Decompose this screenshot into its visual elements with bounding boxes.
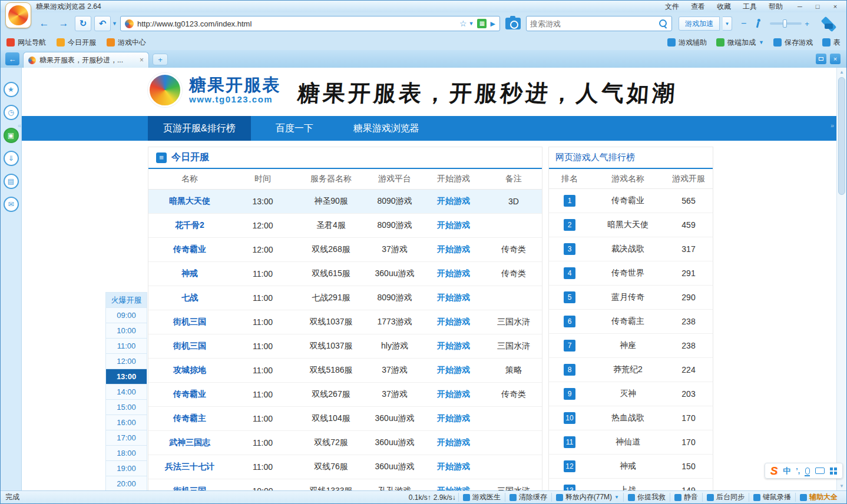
game-center-icon[interactable]: ▣ — [4, 128, 19, 143]
zoom-out-button[interactable]: − — [741, 18, 746, 29]
time-filter[interactable]: 15:00 — [106, 400, 147, 415]
status-tool-button[interactable]: 辅助大全 — [795, 493, 842, 502]
sidebar-toggle-button[interactable]: ← — [5, 52, 19, 65]
close-button[interactable]: × — [828, 2, 843, 11]
time-filter[interactable]: 18:00 — [106, 446, 147, 461]
bookmark-star-icon[interactable]: ☆ — [459, 19, 467, 28]
menubar-item[interactable]: 查看 — [691, 2, 705, 12]
time-filter[interactable]: 13:00 — [106, 369, 147, 384]
minimize-button[interactable]: ─ — [792, 2, 808, 11]
nav-item[interactable]: 糖果游戏浏览器 — [338, 116, 435, 141]
time-filter[interactable]: 20:00 — [106, 476, 147, 490]
bookmark-item[interactable]: 微端加成▼ — [716, 38, 764, 48]
url-input[interactable] — [137, 19, 456, 28]
scroll-up-icon[interactable]: ▲ — [837, 69, 846, 75]
game-name-link[interactable]: 七战 — [181, 293, 198, 302]
start-game-link[interactable]: 开始游戏 — [437, 341, 470, 350]
browser-menu-button[interactable] — [5, 2, 31, 28]
status-tool-button[interactable]: 清除缓存 — [505, 493, 551, 502]
start-game-link[interactable]: 开始游戏 — [437, 413, 470, 423]
export-table-icon[interactable]: ▦ — [477, 19, 487, 28]
bookmark-item[interactable]: 表 — [822, 38, 841, 48]
game-name-link[interactable]: 传奇霸业 — [173, 244, 206, 254]
scrollbar-thumb[interactable] — [838, 77, 845, 195]
status-tool-button[interactable]: 静音 — [670, 493, 702, 502]
tab-active[interactable]: 糖果开服表，开服秒进，... × — [23, 52, 149, 68]
maximize-button[interactable]: □ — [810, 2, 825, 11]
chevron-down-icon[interactable]: ▼ — [723, 16, 732, 31]
game-name-link[interactable]: 街机三国 — [173, 317, 206, 326]
time-filter[interactable]: 16:00 — [106, 415, 147, 430]
forward-button[interactable]: → — [55, 16, 72, 31]
tab-close-icon[interactable]: × — [140, 56, 144, 64]
time-filter[interactable]: 12:00 — [106, 354, 147, 369]
nav-item[interactable]: 百度一下 — [260, 116, 329, 141]
menubar-item[interactable]: 文件 — [665, 2, 679, 12]
game-name-link[interactable]: 攻城掠地 — [173, 365, 206, 374]
search-input[interactable] — [530, 19, 659, 28]
bookmark-item[interactable]: 网址导航 — [6, 38, 46, 48]
ime-menu-grid-icon[interactable] — [830, 467, 833, 470]
menubar-item[interactable]: 帮助 — [769, 2, 783, 12]
back-button[interactable]: ← — [36, 16, 52, 31]
graduation-cap-icon[interactable] — [818, 16, 839, 31]
start-game-link[interactable]: 开始游戏 — [437, 220, 470, 230]
start-game-link[interactable]: 开始游戏 — [437, 365, 470, 374]
screenshot-camera-icon[interactable] — [505, 18, 521, 29]
favorites-star-icon[interactable]: ★ — [4, 82, 19, 97]
download-icon[interactable]: ⇓ — [4, 151, 19, 166]
game-name-link[interactable]: 武神三国志 — [169, 437, 210, 447]
game-name-link[interactable]: 传奇霸业 — [173, 389, 206, 399]
restore-page-icon[interactable] — [816, 54, 826, 64]
chevron-down-icon[interactable]: ▼ — [112, 21, 117, 26]
start-game-link[interactable]: 开始游戏 — [437, 437, 470, 447]
close-page-icon[interactable]: × — [830, 54, 841, 64]
site-logo[interactable]: 糖果开服表 www.tg0123.com — [148, 73, 280, 107]
time-filter[interactable]: 17:00 — [106, 430, 147, 446]
search-icon[interactable] — [659, 19, 668, 28]
start-game-link[interactable]: 开始游戏 — [437, 244, 470, 254]
undo-button[interactable]: ↶ — [94, 16, 111, 31]
start-game-link[interactable]: 开始游戏 — [437, 389, 470, 399]
game-name-link[interactable]: 暗黑大天使 — [169, 196, 210, 205]
status-tool-button[interactable]: 键鼠录播 — [749, 493, 795, 502]
chevron-down-icon[interactable]: ▼ — [759, 39, 764, 45]
start-game-link[interactable]: 开始游戏 — [437, 268, 470, 278]
start-game-link[interactable]: 开始游戏 — [437, 196, 470, 205]
refresh-button[interactable]: ↻ — [75, 16, 91, 31]
zoom-slider-track[interactable] — [770, 22, 802, 25]
time-filter[interactable]: 14:00 — [106, 384, 147, 400]
status-tool-button[interactable]: 游戏医生 — [458, 493, 505, 502]
devices-icon[interactable]: ▤ — [4, 174, 19, 189]
game-name-link[interactable]: 街机三国 — [173, 486, 206, 491]
menubar-item[interactable]: 收藏 — [717, 2, 731, 12]
vertical-scrollbar[interactable]: ▲ ▼ — [836, 68, 846, 490]
bookmark-item[interactable]: 游戏中心 — [107, 38, 146, 48]
game-accelerate-button[interactable]: 游戏加速 — [679, 16, 720, 31]
time-filter[interactable]: 09:00 — [106, 308, 147, 323]
feedback-chat-icon[interactable]: ✉ — [4, 197, 19, 212]
game-name-link[interactable]: 神戒 — [181, 268, 198, 278]
ime-language-toggle[interactable]: 中 — [783, 466, 790, 476]
go-button[interactable]: ▶ — [490, 20, 495, 28]
collapse-left-icon[interactable]: « — [18, 122, 21, 129]
keyboard-icon[interactable] — [815, 467, 825, 474]
microphone-icon[interactable] — [805, 467, 810, 475]
speed-runner-icon[interactable] — [754, 19, 762, 29]
start-game-link[interactable]: 开始游戏 — [437, 293, 470, 302]
game-name-link[interactable]: 兵法三十七计 — [165, 462, 214, 471]
time-filter[interactable]: 11:00 — [106, 339, 147, 354]
bookmark-item[interactable]: 今日开服 — [57, 38, 96, 48]
sogou-logo-icon[interactable]: S — [770, 465, 778, 476]
ime-punctuation-toggle[interactable]: ’, — [796, 467, 800, 475]
bookmark-item[interactable]: 保存游戏 — [773, 38, 813, 48]
scroll-down-icon[interactable]: ▼ — [837, 483, 846, 489]
collapse-right-icon[interactable]: » — [831, 122, 834, 129]
game-name-link[interactable]: 街机三国 — [173, 341, 206, 350]
time-filter[interactable]: 10:00 — [106, 323, 147, 339]
start-game-link[interactable]: 开始游戏 — [437, 317, 470, 326]
nav-item[interactable]: 页游开服&排行榜 — [148, 116, 251, 141]
status-tool-button[interactable]: 后台同步 — [702, 493, 749, 502]
new-tab-button[interactable]: + — [153, 54, 168, 65]
bookmark-item[interactable]: 游戏辅助 — [667, 38, 707, 48]
